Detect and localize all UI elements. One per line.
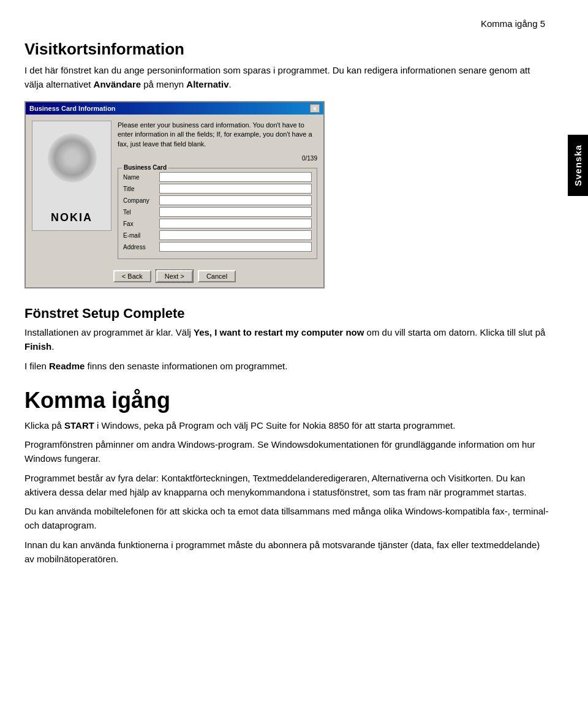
dialog-right-panel: Please enter your business card informat… — [118, 121, 317, 259]
dialog-body: NOKIA Please enter your business card in… — [26, 115, 323, 265]
name-input[interactable] — [159, 172, 312, 182]
dialog-titlebar: Business Card Information × — [26, 102, 323, 115]
back-button[interactable]: < Back — [113, 270, 151, 282]
fax-input[interactable] — [159, 219, 312, 228]
title-label: Title — [123, 186, 157, 192]
komma-igang-section: Komma igång Klicka på START i Windows, p… — [24, 388, 551, 566]
email-label: E-mail — [123, 232, 157, 239]
title-input[interactable] — [159, 184, 312, 194]
fax-label: Fax — [123, 220, 157, 227]
name-label: Name — [123, 174, 157, 181]
page-header: Komma igång 5 — [24, 18, 551, 29]
nokia-fingerprint-image — [48, 134, 97, 183]
svenska-tab: Svenska — [568, 135, 588, 196]
setup-complete-title: Fönstret Setup Complete — [24, 306, 551, 322]
business-card-dialog: Business Card Information × NOKIA Please… — [24, 101, 325, 288]
dialog-close-button[interactable]: × — [310, 104, 320, 113]
tel-row: Tel — [123, 207, 312, 217]
nokia-logo-box: NOKIA — [32, 121, 111, 231]
tel-input[interactable] — [159, 207, 312, 217]
visitkortsinformation-intro: I det här fönstret kan du ange personinf… — [24, 64, 551, 91]
setup-complete-text2: I filen Readme finns den senaste informa… — [24, 359, 551, 373]
dialog-intro-text: Please enter your business card informat… — [118, 121, 317, 149]
title-row: Title — [123, 184, 312, 194]
company-label: Company — [123, 197, 157, 204]
name-row: Name — [123, 172, 312, 182]
company-row: Company — [123, 195, 312, 205]
address-label: Address — [123, 244, 157, 250]
komma-igang-title: Komma igång — [24, 388, 551, 413]
address-input[interactable] — [159, 242, 312, 252]
fax-row: Fax — [123, 219, 312, 228]
page-header-text: Komma igång 5 — [481, 18, 545, 29]
group-label: Business Card — [122, 164, 168, 171]
dialog-title: Business Card Information — [29, 105, 116, 112]
cancel-button[interactable]: Cancel — [198, 270, 236, 282]
visitkortsinformation-title: Visitkortsinformation — [24, 40, 551, 59]
next-button[interactable]: Next > — [156, 270, 193, 282]
dialog-left-panel: NOKIA — [32, 121, 111, 259]
company-input[interactable] — [159, 195, 312, 205]
komma-igang-para4: Du kan använda mobiltelefonen för att sk… — [24, 504, 551, 533]
dialog-buttons: < Back Next > Cancel — [26, 265, 323, 287]
setup-complete-text1: Installationen av programmet är klar. Vä… — [24, 325, 551, 354]
business-card-group: Business Card Name Title Company Tel — [118, 168, 317, 259]
komma-igang-para5: Innan du kan använda funktionerna i prog… — [24, 538, 551, 567]
visitkortsinformation-section: Visitkortsinformation I det här fönstret… — [24, 40, 551, 91]
dialog-counter: 0/139 — [118, 155, 317, 162]
address-row: Address — [123, 242, 312, 252]
nokia-logo: NOKIA — [51, 211, 92, 224]
tel-label: Tel — [123, 209, 157, 216]
email-row: E-mail — [123, 230, 312, 240]
komma-igang-para3: Programmet består av fyra delar: Kontakt… — [24, 471, 551, 500]
setup-complete-section: Fönstret Setup Complete Installationen a… — [24, 306, 551, 373]
email-input[interactable] — [159, 230, 312, 240]
komma-igang-para2: Programfönstren påminner om andra Window… — [24, 437, 551, 466]
komma-igang-para1: Klicka på START i Windows, peka på Progr… — [24, 418, 551, 432]
